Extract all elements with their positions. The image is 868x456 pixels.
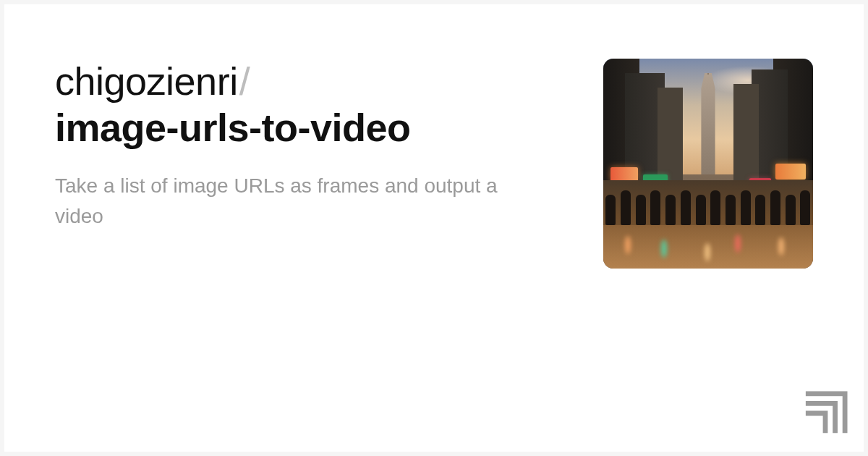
text-column: chigozienri/ image-urls-to-video Take a … bbox=[55, 59, 574, 401]
owner-name: chigozienri bbox=[55, 59, 238, 103]
model-title: chigozienri/ image-urls-to-video bbox=[55, 59, 574, 151]
preview-image bbox=[603, 59, 813, 269]
model-card: chigozienri/ image-urls-to-video Take a … bbox=[4, 4, 864, 452]
model-description: Take a list of image URLs as frames and … bbox=[55, 171, 518, 232]
separator: / bbox=[239, 59, 250, 103]
repo-name: image-urls-to-video bbox=[55, 105, 574, 151]
brand-logo-icon bbox=[803, 391, 848, 436]
